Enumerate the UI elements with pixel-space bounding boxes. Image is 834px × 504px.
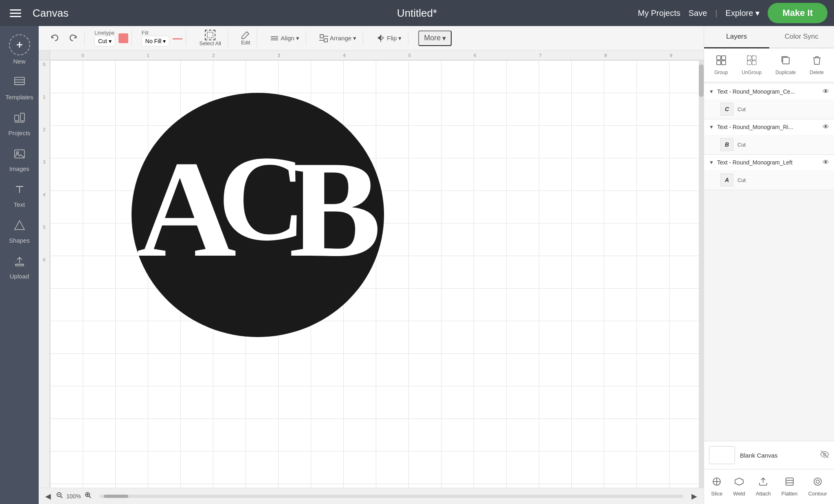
zoom-out-button[interactable] (56, 491, 63, 501)
more-button[interactable]: More ▾ (418, 31, 452, 46)
projects-icon (13, 112, 26, 127)
scroll-right-button[interactable]: ▶ (691, 492, 697, 501)
sidebar-templates-label: Templates (5, 94, 33, 101)
sidebar-item-projects[interactable]: Projects (2, 107, 37, 141)
svg-rect-39 (752, 61, 756, 65)
svg-rect-2 (15, 77, 24, 85)
layer-header-2[interactable]: ▼ Text - Round_Monogram_Ri... 👁 (704, 119, 834, 135)
app-title: Canvas (33, 7, 68, 20)
layer-child-1: C Cut (704, 99, 834, 119)
ruler-horizontal: 0 1 2 3 4 5 6 7 8 9 (50, 50, 704, 60)
shapes-icon (13, 219, 26, 234)
edit-button[interactable]: Edit (238, 29, 253, 47)
tab-layers[interactable]: Layers (704, 26, 769, 48)
layer-group-2: ▼ Text - Round_Monogram_Ri... 👁 B Cut (704, 119, 834, 155)
select-all-group: Select All (193, 28, 228, 48)
layer-cut-3: Cut (737, 177, 746, 183)
delete-button[interactable]: Delete (805, 53, 828, 78)
templates-icon (13, 76, 26, 91)
linetype-color-swatch[interactable] (119, 33, 128, 43)
blank-canvas-row: Blank Canvas (704, 441, 834, 469)
layer-eye-3[interactable]: 👁 (823, 159, 829, 166)
my-projects-link[interactable]: My Projects (638, 9, 680, 18)
text-icon (13, 184, 26, 199)
arrange-button[interactable]: Arrange ▾ (316, 31, 360, 45)
fill-select[interactable]: No Fill ▾ (142, 36, 170, 46)
redo-button[interactable] (66, 31, 81, 45)
svg-rect-11 (15, 264, 24, 266)
project-title-area: Untitled* (397, 7, 437, 20)
sidebar-text-label: Text (14, 201, 25, 208)
monogram-design[interactable]: A C B (107, 85, 417, 345)
contour-button[interactable]: Contour (804, 473, 831, 500)
svg-marker-10 (15, 221, 24, 230)
save-link[interactable]: Save (689, 9, 707, 18)
linetype-select[interactable]: Cut ▾ (94, 36, 115, 46)
layer-thumb-1: C (720, 103, 733, 116)
select-all-label: Select All (199, 40, 221, 46)
layer-eye-1[interactable]: 👁 (823, 88, 829, 95)
sidebar-item-text[interactable]: Text (2, 179, 37, 213)
slice-label: Slice (711, 491, 722, 497)
sidebar-item-shapes[interactable]: Shapes (2, 215, 37, 249)
sidebar-item-images[interactable]: Images (2, 143, 37, 177)
sidebar-shapes-label: Shapes (9, 237, 30, 244)
layer-header-1[interactable]: ▼ Text - Round_Monogram_Ce... 👁 (704, 84, 834, 99)
sidebar-item-templates[interactable]: Templates (2, 71, 37, 105)
layer-cut-1: Cut (737, 106, 746, 112)
scroll-track (100, 495, 683, 498)
right-panel: Layers Color Sync Group (704, 26, 834, 504)
upload-icon (13, 255, 26, 270)
make-it-button[interactable]: Make It (768, 3, 827, 23)
slice-button[interactable]: Slice (707, 473, 726, 500)
scroll-left-button[interactable]: ◀ (45, 492, 51, 501)
eye-slash-icon[interactable] (820, 450, 829, 461)
align-button[interactable]: Align ▾ (267, 31, 302, 45)
linetype-group: Linetype Cut ▾ (91, 30, 132, 46)
duplicate-icon (780, 55, 791, 68)
tab-color-sync[interactable]: Color Sync (769, 26, 834, 48)
svg-rect-33 (722, 56, 726, 60)
sidebar-upload-label: Upload (10, 273, 29, 280)
svg-line-31 (89, 496, 91, 498)
svg-rect-37 (752, 56, 756, 60)
flip-button[interactable]: Flip ▾ (373, 31, 405, 45)
layer-eye-2[interactable]: 👁 (823, 123, 829, 131)
horizontal-scrollbar[interactable] (100, 495, 683, 498)
edit-label: Edit (241, 39, 250, 46)
slice-icon (712, 477, 722, 489)
layer-header-3[interactable]: ▼ Text - Round_Monogram_Left 👁 (704, 155, 834, 170)
canvas-viewport[interactable]: A C B (50, 60, 704, 488)
top-navigation: Canvas Untitled* My Projects Save | Expl… (0, 0, 834, 26)
flatten-icon (785, 477, 794, 489)
explore-button[interactable]: Explore ▾ (726, 8, 760, 18)
hamburger-menu[interactable] (7, 6, 24, 20)
project-title[interactable]: Untitled* (397, 7, 437, 19)
sidebar-item-upload[interactable]: Upload (2, 250, 37, 285)
attach-label: Attach (756, 491, 771, 497)
fill-group: Fill No Fill ▾ (138, 30, 187, 46)
duplicate-button[interactable]: Duplicate (771, 53, 800, 78)
weld-button[interactable]: Weld (729, 473, 749, 500)
select-all-button[interactable]: Select All (196, 28, 224, 48)
weld-icon (734, 477, 744, 489)
arrange-label: Arrange (330, 35, 351, 42)
sidebar-item-new[interactable]: New (2, 29, 37, 70)
duplicate-label: Duplicate (775, 70, 796, 75)
scroll-vertical[interactable] (699, 60, 704, 488)
more-chevron: ▾ (442, 34, 446, 43)
panel-actions: Group UnGroup (704, 48, 834, 82)
ungroup-button[interactable]: UnGroup (737, 53, 766, 78)
group-button[interactable]: Group (710, 53, 732, 78)
layer-name-3: Text - Round_Monogram_Left (717, 159, 819, 166)
svg-rect-40 (783, 57, 789, 64)
attach-button[interactable]: Attach (752, 473, 775, 500)
flatten-button[interactable]: Flatten (777, 473, 802, 500)
undo-button[interactable] (47, 31, 62, 45)
delete-label: Delete (810, 70, 824, 75)
group-icon (716, 55, 726, 68)
ungroup-label: UnGroup (742, 70, 762, 75)
svg-line-27 (61, 496, 62, 498)
zoom-in-button[interactable] (84, 491, 92, 501)
sidebar-new-label: New (13, 58, 25, 65)
